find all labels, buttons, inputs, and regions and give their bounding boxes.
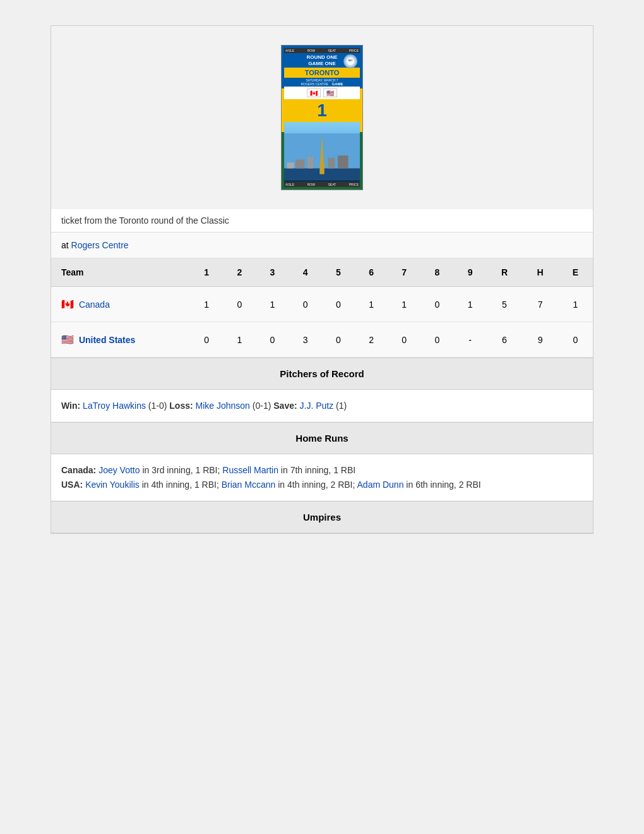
canada-inn-3: 1	[256, 287, 289, 322]
usa-hr-line: USA: Kevin Youkilis in 4th inning, 1 RBI…	[61, 478, 583, 492]
usa-inn-4: 3	[289, 322, 322, 358]
canada-h: 7	[522, 287, 558, 322]
col-e: E	[558, 258, 593, 287]
canada-link[interactable]: Canada	[79, 299, 110, 310]
save-label: Save:	[273, 401, 297, 411]
col-6: 6	[355, 258, 388, 287]
col-7: 7	[388, 258, 420, 287]
venue-link[interactable]: Rogers Centre	[71, 240, 129, 250]
usa-flag-icon: 🇺🇸	[61, 334, 74, 346]
ticket-round-text: ROUND ONE GAME ONE WBC	[284, 53, 360, 68]
usa-inn-2: 1	[223, 322, 256, 358]
usa-inn-6: 2	[355, 322, 388, 358]
pitchers-info-row: Win: LaTroy Hawkins (1-0) Loss: Mike Joh…	[51, 390, 593, 422]
col-5: 5	[322, 258, 355, 287]
ticket-col-seat: SEAT	[328, 49, 336, 52]
ticket-image: AISLE ROW SEAT PRICE ROUND ONE GAME ONE …	[281, 45, 363, 190]
venue-prefix: at	[61, 240, 69, 250]
scoreboard-table: Team 1 2 3 4 5 6 7 8 9 R H E	[51, 258, 593, 358]
ticket-col-row: ROW	[307, 49, 315, 52]
usa-inn-8: 0	[420, 322, 453, 358]
canada-r: 5	[487, 287, 523, 322]
col-h: H	[522, 258, 558, 287]
canada-text1: in 3rd inning, 1 RBI;	[142, 465, 222, 475]
canada-inn-5: 0	[322, 287, 355, 322]
svg-rect-5	[307, 157, 313, 168]
svg-rect-4	[295, 160, 304, 169]
svg-rect-3	[319, 162, 324, 174]
canada-inn-8: 0	[420, 287, 453, 322]
usa-inn-1: 0	[190, 322, 223, 358]
usa-player1-link[interactable]: Kevin Youkilis	[85, 480, 140, 490]
caption-row: ticket from the Toronto round of the Cla…	[51, 209, 593, 233]
svg-rect-7	[338, 155, 349, 168]
ticket-col-aisle: AISLE	[285, 49, 294, 52]
usa-player2-link[interactable]: Brian Mccann	[222, 480, 276, 490]
umpires-section: Umpires	[51, 501, 593, 533]
team-usa-cell: 🇺🇸 United States	[51, 322, 190, 358]
ticket-col-price: PRICE	[349, 49, 359, 52]
loss-player-link[interactable]: Mike Johnson	[196, 401, 250, 411]
col-3: 3	[256, 258, 289, 287]
canada-player1-link[interactable]: Joey Votto	[98, 465, 140, 475]
team-canada-cell: 🇨🇦 Canada	[51, 287, 190, 322]
usa-link[interactable]: United States	[79, 335, 135, 345]
usa-player3-link[interactable]: Adam Dunn	[357, 480, 404, 490]
table-row: 🇺🇸 United States 0 1 0 3 0 2 0 0 - 6 9 0	[51, 322, 593, 358]
home-runs-header: Home Runs	[51, 422, 593, 454]
canada-inn-6: 1	[355, 287, 388, 322]
save-player-link[interactable]: J.J. Putz	[300, 401, 334, 411]
canada-flag: 🇨🇦	[307, 88, 321, 97]
canada-player2-link[interactable]: Russell Martin	[222, 465, 278, 475]
canada-e: 1	[558, 287, 593, 322]
col-team: Team	[51, 258, 190, 287]
ticket-flags: 🇨🇦 🇺🇸	[284, 87, 360, 99]
svg-rect-6	[328, 158, 335, 169]
save-record: (1)	[336, 401, 347, 411]
usa-r: 6	[487, 322, 523, 358]
win-player-link[interactable]: LaTroy Hawkins	[83, 401, 146, 411]
usa-flag: 🇺🇸	[323, 88, 337, 97]
ticket-date: SATURDAY, MARCH 7 ROGERS CENTRE GAME	[284, 78, 360, 87]
ticket-skyline	[284, 122, 360, 182]
scoreboard-section: Team 1 2 3 4 5 6 7 8 9 R H E	[51, 258, 593, 358]
canada-flag-icon: 🇨🇦	[61, 298, 74, 310]
usa-inn-9: -	[454, 322, 487, 358]
home-runs-info-row: Canada: Joey Votto in 3rd inning, 1 RBI;…	[51, 454, 593, 501]
usa-text1: in 4th inning, 1 RBI;	[142, 480, 222, 490]
canada-inn-4: 0	[289, 287, 322, 322]
usa-hr-label: USA:	[61, 480, 83, 490]
col-4: 4	[289, 258, 322, 287]
loss-label: Loss:	[169, 401, 193, 411]
table-row: 🇨🇦 Canada 1 0 1 0 0 1 1 0 1 5 7 1	[51, 287, 593, 322]
usa-inn-5: 0	[322, 322, 355, 358]
win-record: (1-0)	[148, 401, 167, 411]
canada-inn-9: 1	[454, 287, 487, 322]
canada-hr-line: Canada: Joey Votto in 3rd inning, 1 RBI;…	[61, 463, 583, 477]
caption-text: ticket from the Toronto round of the Cla…	[61, 215, 229, 226]
ticket-footer-row: AISLE ROW SEAT PRICE	[284, 182, 360, 187]
canada-inn-7: 1	[388, 287, 420, 322]
table-header-row: Team 1 2 3 4 5 6 7 8 9 R H E	[51, 258, 593, 287]
venue-row: at Rogers Centre	[51, 233, 593, 258]
page: AISLE ROW SEAT PRICE ROUND ONE GAME ONE …	[51, 25, 593, 534]
col-r: R	[487, 258, 523, 287]
svg-rect-8	[287, 162, 294, 168]
ticket-game-number: 1	[284, 99, 360, 122]
win-label: Win:	[61, 401, 80, 411]
col-1: 1	[190, 258, 223, 287]
usa-e: 0	[558, 322, 593, 358]
pitchers-header: Pitchers of Record	[51, 358, 593, 390]
canada-inn-2: 0	[223, 287, 256, 322]
wbc-logo: WBC	[343, 54, 357, 68]
ticket-city: TORONTO	[284, 68, 360, 78]
ticket-image-area: AISLE ROW SEAT PRICE ROUND ONE GAME ONE …	[51, 26, 593, 209]
loss-record: (0-1)	[253, 401, 271, 411]
usa-text3: in 6th inning, 2 RBI	[406, 480, 480, 490]
usa-text2: in 4th inning, 2 RBI;	[278, 480, 357, 490]
canada-text2: in 7th inning, 1 RBI	[281, 465, 355, 475]
col-2: 2	[223, 258, 256, 287]
usa-inn-3: 0	[256, 322, 289, 358]
skyline-svg	[284, 131, 360, 182]
canada-inn-1: 1	[190, 287, 223, 322]
